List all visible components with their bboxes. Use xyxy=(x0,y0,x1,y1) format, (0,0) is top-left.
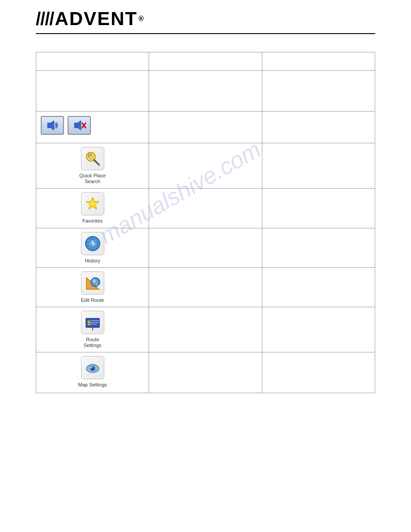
volume-mute-button[interactable] xyxy=(68,116,91,135)
svg-point-32 xyxy=(91,367,92,369)
history-cell[interactable]: History xyxy=(36,228,149,267)
brand-logo: //// ADVENT ® xyxy=(36,8,375,30)
quick-place-label: Quick PlaceSearch xyxy=(79,173,106,184)
svg-marker-1 xyxy=(74,120,81,130)
route-settings-label: RouteSettings xyxy=(84,337,102,348)
svg-text:$: $ xyxy=(87,319,91,326)
map-settings-label: Map Settings xyxy=(78,382,107,388)
table-cell xyxy=(262,52,375,71)
history-icon-area[interactable]: History xyxy=(36,228,149,267)
table-row-favorites: Favorites xyxy=(36,189,375,228)
table-cell xyxy=(149,307,262,352)
volume-on-button[interactable] xyxy=(41,116,64,135)
logo-registered: ® xyxy=(138,15,143,23)
table-cell xyxy=(149,71,262,112)
table-cell xyxy=(262,71,375,112)
svg-marker-0 xyxy=(47,120,54,130)
header: //// ADVENT ® xyxy=(0,0,411,30)
quick-place-cell[interactable]: Quick PlaceSearch xyxy=(36,143,149,189)
map-settings-icon-wrapper xyxy=(81,356,104,379)
table-row-edit-route: Edit Route xyxy=(36,267,375,307)
table-cell xyxy=(262,112,375,143)
svg-marker-9 xyxy=(87,198,98,208)
edit-route-label: Edit Route xyxy=(81,297,104,303)
quick-place-search-icon xyxy=(84,150,102,167)
edit-route-icon xyxy=(84,274,102,292)
edit-route-cell[interactable]: Edit Route xyxy=(36,267,149,307)
table-cell xyxy=(262,267,375,307)
map-settings-cell[interactable]: Map Settings xyxy=(36,352,149,393)
favorites-icon-wrapper xyxy=(81,192,104,215)
table-cell xyxy=(262,189,375,228)
table-cell xyxy=(262,352,375,393)
svg-line-6 xyxy=(94,160,99,165)
map-settings-icon xyxy=(84,359,102,377)
table-cell xyxy=(149,143,262,189)
svg-point-31 xyxy=(90,366,95,371)
favorites-cell[interactable]: Favorites xyxy=(36,189,149,228)
volume-cell xyxy=(36,112,149,143)
volume-on-icon xyxy=(44,117,60,133)
table-cell xyxy=(262,228,375,267)
route-settings-icon: $ xyxy=(84,313,102,331)
edit-route-icon-area[interactable]: Edit Route xyxy=(36,268,149,307)
table-cell xyxy=(149,112,262,143)
favorites-label: Favorites xyxy=(82,218,103,224)
favorites-icon xyxy=(84,195,102,213)
table-row-history: History xyxy=(36,228,375,267)
favorites-icon-area[interactable]: Favorites xyxy=(36,189,149,227)
edit-route-icon-wrapper xyxy=(81,271,104,295)
route-settings-cell[interactable]: $ RouteSettings xyxy=(36,307,149,352)
logo-name: ADVENT xyxy=(55,8,137,30)
map-settings-icon-area[interactable]: Map Settings xyxy=(36,352,149,391)
route-settings-icon-wrapper: $ xyxy=(81,311,104,334)
route-settings-icon-area[interactable]: $ RouteSettings xyxy=(36,307,149,352)
table-cell xyxy=(262,143,375,189)
quick-place-icon-area[interactable]: Quick PlaceSearch xyxy=(36,143,149,188)
content-area: Quick PlaceSearch Favorites xyxy=(0,34,411,411)
table-cell xyxy=(36,71,149,112)
table-row-map-settings: Map Settings xyxy=(36,352,375,393)
menu-table: Quick PlaceSearch Favorites xyxy=(36,52,375,393)
history-label: History xyxy=(85,258,100,264)
table-row-volume xyxy=(36,112,375,143)
table-cell xyxy=(149,267,262,307)
table-row xyxy=(36,71,375,112)
table-cell xyxy=(36,52,149,71)
table-cell xyxy=(149,189,262,228)
table-row xyxy=(36,52,375,71)
table-cell xyxy=(149,352,262,393)
table-cell xyxy=(262,307,375,352)
table-cell xyxy=(149,52,262,71)
history-icon-wrapper xyxy=(81,232,104,255)
table-cell xyxy=(149,228,262,267)
table-row-route-settings: $ RouteSettings xyxy=(36,307,375,352)
volume-mute-icon xyxy=(71,117,87,133)
logo-slashes: //// xyxy=(36,9,54,29)
table-row-quick-place: Quick PlaceSearch xyxy=(36,143,375,189)
history-icon xyxy=(84,235,102,253)
quick-place-icon-wrapper xyxy=(81,147,104,170)
volume-controls xyxy=(36,112,149,139)
